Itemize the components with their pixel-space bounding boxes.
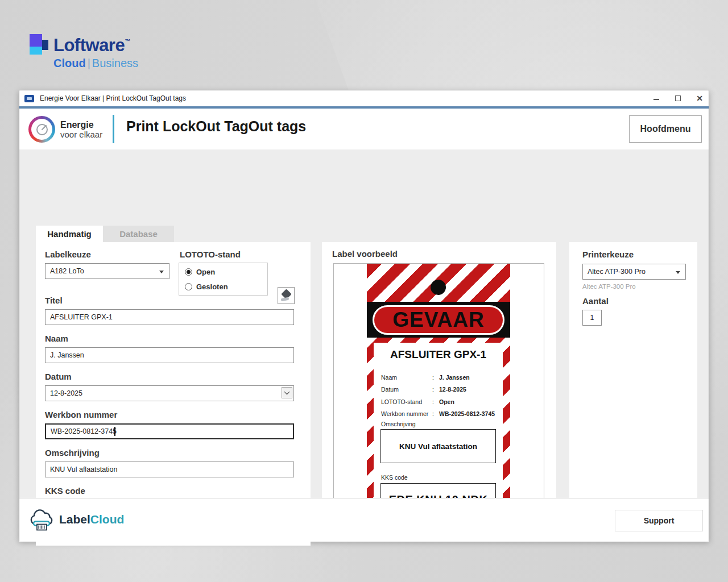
header-divider <box>113 115 114 143</box>
window-title: Energie Voor Elkaar | Print LockOut TagO… <box>40 94 186 102</box>
tag-kks-label: KKS code <box>381 474 408 481</box>
loftware-wordmark: Loftware™ <box>53 32 138 55</box>
tag-row: Datum : 12-8-2025 <box>381 384 498 396</box>
hoofdmenu-button[interactable]: Hoofdmenu <box>629 115 702 143</box>
maximize-icon <box>675 95 681 101</box>
loftware-product-line: Cloud|Business <box>53 56 138 70</box>
printer-panel: Printerkeuze Altec ATP-300 Pro Altec ATP… <box>569 242 697 542</box>
radio-open[interactable]: Open <box>185 268 215 276</box>
omschrijving-label: Omschrijving <box>45 448 100 458</box>
omschrijving-input[interactable] <box>45 462 294 477</box>
app-footer: LabelCloud Support <box>19 498 709 542</box>
tag-row: Naam : J. Janssen <box>381 371 498 384</box>
labelkeuze-select[interactable]: A182 LoTo <box>45 263 169 279</box>
tag-danger-text: GEVAAR <box>392 308 485 332</box>
loftware-mark-icon <box>27 32 48 66</box>
window-titlebar[interactable]: Energie Voor Elkaar | Print LockOut TagO… <box>19 90 709 106</box>
naam-input[interactable] <box>45 347 294 363</box>
tag-omschrijving-box: KNU Vul aflaatstation <box>380 429 496 463</box>
preview-panel: Label voorbeeld GEVAAR AFSLUITER GPX-1 N… <box>322 242 556 542</box>
loftware-logo: Loftware™ Cloud|Business <box>27 32 138 70</box>
labelcloud-wordmark: LabelCloud <box>59 513 124 526</box>
tag-field-rows: Naam : J. Janssen Datum : 12-8-2025 LOTO… <box>381 371 498 420</box>
tag-heading: AFSLUITER GPX-1 <box>374 348 503 361</box>
minimize-icon <box>653 99 659 100</box>
maximize-button[interactable] <box>675 95 681 102</box>
energie-logo-text: Energie <box>60 120 102 130</box>
app-window: Energie Voor Elkaar | Print LockOut TagO… <box>19 90 709 541</box>
labelcloud-cloud-icon <box>28 508 56 531</box>
trademark-symbol: ™ <box>125 38 130 44</box>
tag-punch-hole <box>431 280 446 295</box>
support-button[interactable]: Support <box>615 510 703 531</box>
lototo-stand-label: LOTOTO-stand <box>180 250 241 259</box>
radio-unselected-icon <box>185 283 192 290</box>
tag-row: Werkbon nummer : WB-2025-0812-3745 <box>381 408 498 421</box>
close-button[interactable]: ✕ <box>696 95 703 102</box>
datum-label: Datum <box>45 372 72 381</box>
text-caret <box>114 427 115 436</box>
clear-form-button[interactable] <box>278 287 295 304</box>
content-area: Handmatig Database Labelkeuze A182 LoTo … <box>19 149 709 498</box>
tab-handmatig[interactable]: Handmatig <box>36 226 103 242</box>
energie-voor-elkaar-logo: Energie voor elkaar <box>28 116 102 143</box>
tag-danger-band: GEVAAR <box>367 302 510 338</box>
werkbon-label: Werkbon nummer <box>45 410 117 419</box>
aantal-label: Aantal <box>582 296 609 306</box>
labelkeuze-label: Labelkeuze <box>45 250 91 259</box>
tag-row: LOTOTO-stand : Open <box>381 396 498 408</box>
radio-gesloten[interactable]: Gesloten <box>185 282 228 291</box>
energie-gauge-icon <box>28 116 55 143</box>
label-preview-box: GEVAAR AFSLUITER GPX-1 Naam : J. Janssen <box>333 263 544 530</box>
naam-label: Naam <box>45 334 68 343</box>
datum-dropdown-button[interactable] <box>282 387 292 398</box>
chevron-down-icon <box>284 389 290 395</box>
aantal-input[interactable] <box>582 310 602 326</box>
dropdown-caret-icon <box>159 271 164 273</box>
tag-danger-stadium: GEVAAR <box>373 305 504 335</box>
page-title: Print LockOut TagOut tags <box>126 118 306 135</box>
kks-code-label: KKS code <box>45 486 85 496</box>
lockout-tag-preview: GEVAAR AFSLUITER GPX-1 Naam : J. Janssen <box>367 264 510 531</box>
tag-body: AFSLUITER GPX-1 Naam : J. Janssen Datum … <box>374 343 503 522</box>
radio-selected-icon <box>185 268 192 276</box>
datum-input[interactable] <box>45 385 294 401</box>
lototo-radio-group: Open Gesloten <box>179 263 268 296</box>
titel-label: Titel <box>45 296 63 305</box>
minimize-button[interactable] <box>653 95 660 102</box>
tab-database[interactable]: Database <box>103 226 174 242</box>
printerkeuze-label: Printerkeuze <box>582 250 634 259</box>
titel-input[interactable] <box>45 309 294 325</box>
dropdown-caret-icon <box>676 271 680 274</box>
tag-omschrijving-label: Omschrijving <box>381 421 416 427</box>
werkbon-input[interactable] <box>45 423 294 439</box>
preview-title: Label voorbeeld <box>332 249 398 259</box>
app-icon <box>24 95 34 102</box>
app-header: Energie voor elkaar Print LockOut TagOut… <box>19 109 709 149</box>
printer-select[interactable]: Altec ATP-300 Pro <box>582 264 686 280</box>
labelcloud-logo: LabelCloud <box>28 508 124 531</box>
printer-status-text: Altec ATP-300 Pro <box>582 283 636 290</box>
close-icon: ✕ <box>696 95 703 102</box>
